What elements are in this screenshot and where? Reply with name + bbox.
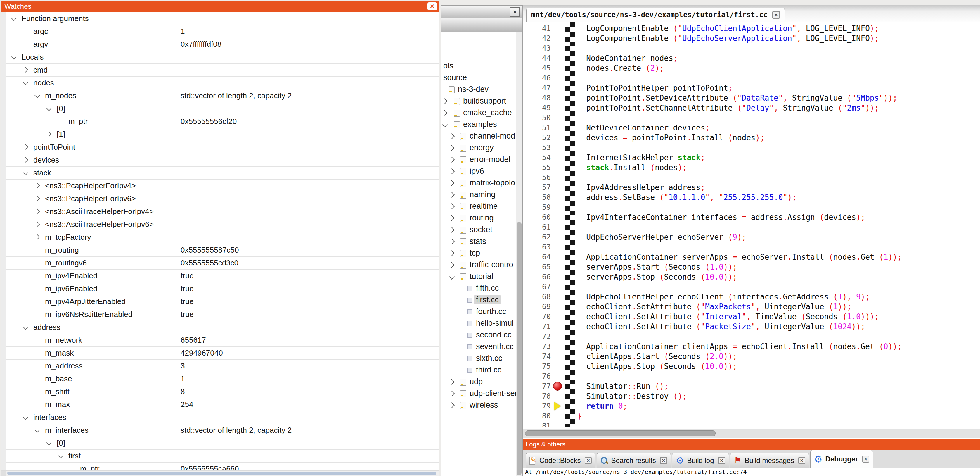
watch-row[interactable]: m_tcpFactory	[6, 231, 439, 244]
line-number[interactable]: 79	[523, 401, 551, 411]
line-number[interactable]: 69	[523, 302, 551, 311]
code-line[interactable]: pointToPoint.SetDeviceAttribute ("DataRa…	[577, 93, 897, 103]
tree-item-tcp[interactable]: tcp	[441, 248, 522, 259]
tree-item-tutorial[interactable]: tutorial	[441, 271, 522, 283]
chevron-down-icon[interactable]	[23, 80, 28, 85]
chevron-down-icon[interactable]	[23, 170, 28, 175]
tree-item-realtime[interactable]: realtime	[441, 201, 522, 212]
log-tab-build-messages[interactable]: ⚑Build messages✕	[730, 453, 809, 468]
chevron-right-icon[interactable]	[449, 239, 455, 244]
log-tab-search-results[interactable]: Search results✕	[597, 453, 671, 468]
line-number[interactable]: 54	[523, 153, 551, 163]
breakpoint-margin[interactable]	[565, 22, 575, 428]
chevron-right-icon[interactable]	[23, 144, 28, 149]
log-tab-close-button[interactable]: ✕	[585, 457, 592, 464]
chevron-right-icon[interactable]	[449, 215, 455, 221]
watch-row[interactable]: m_routing0x555555587c50	[6, 244, 439, 257]
chevron-right-icon[interactable]	[23, 67, 28, 72]
line-number[interactable]: 76	[523, 371, 551, 381]
watch-row[interactable]: m_max254	[6, 398, 439, 411]
line-number[interactable]: 81	[523, 421, 551, 428]
tree-item-socket[interactable]: socket	[441, 224, 522, 236]
tree-item-error-model[interactable]: error-model	[441, 154, 522, 166]
chevron-down-icon[interactable]	[35, 93, 40, 98]
tree-item-udp[interactable]: udp	[441, 376, 522, 388]
watch-row[interactable]: m_nodesstd::vector of length 2, capacity…	[6, 89, 439, 102]
code-line[interactable]: Simulator::Run ();	[577, 381, 668, 391]
watch-row[interactable]: Function arguments	[6, 12, 439, 25]
tree-item-ns-3-dev[interactable]: ns-3-dev	[441, 84, 522, 95]
line-number[interactable]: 62	[523, 232, 551, 242]
chevron-down-icon[interactable]	[23, 324, 28, 329]
code-line[interactable]: devices = pointToPoint.Install (nodes);	[577, 133, 765, 143]
watch-row[interactable]: Locals	[6, 51, 439, 64]
line-number[interactable]: 49	[523, 103, 551, 113]
chevron-right-icon[interactable]	[449, 250, 455, 256]
line-number[interactable]: 46	[523, 73, 551, 83]
chevron-right-icon[interactable]	[442, 110, 448, 116]
line-number[interactable]: 53	[523, 143, 551, 153]
chevron-right-icon[interactable]	[35, 196, 40, 201]
chevron-down-icon[interactable]	[442, 121, 448, 128]
tree-item-source[interactable]: source	[441, 72, 522, 84]
line-number[interactable]: 66	[523, 272, 551, 282]
code-line[interactable]: ApplicationContainer clientApps = echoCl…	[577, 342, 902, 351]
watch-row[interactable]: m_mask4294967040	[6, 347, 439, 359]
line-number[interactable]: 50	[523, 113, 551, 123]
tree-item-second-cc[interactable]: second.cc	[441, 329, 522, 341]
projects-close-button[interactable]: ✕	[510, 7, 520, 17]
chevron-right-icon[interactable]	[449, 133, 455, 139]
watch-row[interactable]: m_address3	[6, 359, 439, 372]
code-line[interactable]: Simulator::Destroy ();	[577, 391, 687, 401]
watches-close-button[interactable]: ✕	[428, 2, 437, 10]
code-line[interactable]: serverApps.Stop (Seconds (10.0));	[577, 272, 737, 282]
line-number[interactable]: 43	[523, 43, 551, 53]
editor-tab-first-cc[interactable]: mnt/dev/tools/source/ns-3-dev/examples/t…	[526, 8, 785, 22]
watches-horizontal-scrollbar[interactable]	[1, 470, 439, 476]
watch-row[interactable]: [1]	[6, 128, 439, 141]
line-number[interactable]: 57	[523, 182, 551, 192]
tree-item-sixth-cc[interactable]: sixth.cc	[441, 353, 522, 364]
tree-item-ols[interactable]: ols	[441, 60, 522, 72]
projects-tree[interactable]: olssourcens-3-devbuildsupportcmake_cache…	[441, 32, 522, 476]
code-line[interactable]: echoClient.SetAttribute ("PacketSize", U…	[577, 322, 865, 332]
watches-hscroll-thumb[interactable]	[7, 471, 436, 475]
line-number[interactable]: 74	[523, 351, 551, 361]
watches-grid[interactable]: Function argumentsargc1argv0x7fffffffdf0…	[1, 12, 439, 470]
code-line[interactable]: UdpEchoClientHelper echoClient (interfac…	[577, 292, 870, 302]
chevron-right-icon[interactable]	[449, 168, 455, 174]
watch-row[interactable]: interfaces	[6, 411, 439, 424]
watch-row[interactable]: <ns3::PcapHelperForIpv6>	[6, 192, 439, 205]
watch-row[interactable]: argc1	[6, 25, 439, 38]
chevron-right-icon[interactable]	[449, 227, 455, 233]
line-number[interactable]: 51	[523, 123, 551, 133]
log-tab-close-button[interactable]: ✕	[798, 457, 805, 464]
line-number[interactable]: 55	[523, 163, 551, 173]
line-number[interactable]: 67	[523, 282, 551, 292]
tree-item-hello-simul[interactable]: hello-simul	[441, 318, 522, 329]
editor-hscroll-thumb[interactable]	[525, 430, 716, 436]
watch-row[interactable]: m_routingv60x5555555cd3c0	[6, 256, 439, 270]
chevron-down-icon[interactable]	[23, 414, 28, 420]
watch-row[interactable]: m_ipv6Enabledtrue	[6, 282, 439, 295]
chevron-right-icon[interactable]	[442, 98, 448, 104]
chevron-right-icon[interactable]	[449, 145, 455, 151]
watch-row[interactable]: m_base1	[6, 372, 439, 385]
line-number[interactable]: 71	[523, 322, 551, 332]
chevron-right-icon[interactable]	[449, 192, 455, 198]
watch-row[interactable]: [0]	[6, 102, 439, 115]
code-line[interactable]: pointToPoint.SetChannelAttribute ("Delay…	[577, 103, 879, 113]
watch-row[interactable]: m_shift8	[6, 385, 439, 398]
code-line[interactable]: Ipv4InterfaceContainer interfaces = addr…	[577, 212, 865, 222]
watch-row[interactable]: address	[6, 321, 439, 334]
chevron-right-icon[interactable]	[449, 262, 455, 268]
code-line[interactable]: Ipv4AddressHelper address;	[577, 182, 705, 192]
line-number[interactable]: 78	[523, 391, 551, 401]
code-line[interactable]: LogComponentEnable ("UdpEchoClientApplic…	[577, 23, 879, 34]
watch-row[interactable]: cmd	[6, 64, 439, 77]
editor-tab-close-button[interactable]: ✕	[772, 11, 780, 19]
watch-row[interactable]: <ns3::AsciiTraceHelperForIpv6>	[6, 218, 439, 231]
code-line[interactable]: return 0;	[577, 401, 627, 411]
tree-item-fourth-cc[interactable]: fourth.cc	[441, 306, 522, 318]
tree-item-first-cc[interactable]: first.cc	[441, 294, 522, 306]
